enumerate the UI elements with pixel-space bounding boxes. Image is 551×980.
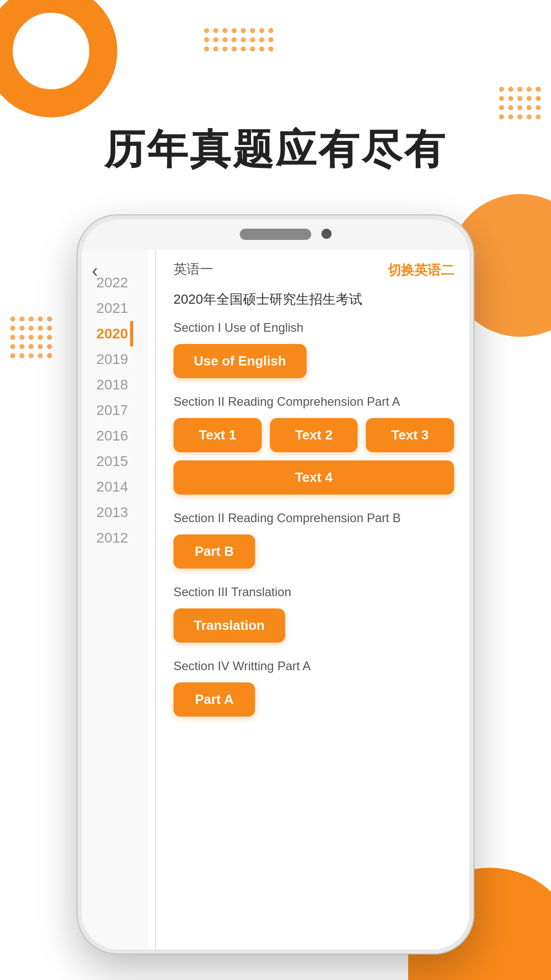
section-block-3: Section III TranslationTranslation xyxy=(168,583,454,643)
subject-btn-2-0[interactable]: Part B xyxy=(173,534,255,569)
content-header: 英语一 切换英语二 xyxy=(168,260,454,280)
subject-btn-0-0[interactable]: Use of English xyxy=(173,344,307,378)
section-title-1: Section II Reading Comprehension Part A xyxy=(168,393,454,411)
year-item-2020[interactable]: 2020 xyxy=(96,326,133,342)
deco-circle-top-left xyxy=(0,0,117,117)
section-title-4: Section IV Writting Part A xyxy=(168,657,454,675)
page-title: 历年真题应有尽有 xyxy=(0,122,551,178)
year-item-2017[interactable]: 2017 xyxy=(96,402,133,419)
timeline-area xyxy=(148,250,163,949)
btn-row-1: Text 1Text 2Text 3Text 4 xyxy=(168,418,454,495)
subject-btn-1-2[interactable]: Text 3 xyxy=(366,418,454,452)
year-item-2016[interactable]: 2016 xyxy=(96,428,133,444)
header-row: 英语一 切换英语二 xyxy=(173,260,454,280)
subject-btn-4-0[interactable]: Part A xyxy=(173,682,255,717)
timeline-line xyxy=(155,250,156,949)
subject-btn-1-0[interactable]: Text 1 xyxy=(173,418,262,452)
year-sidebar: ‹ 20222021202020192018201720162015201420… xyxy=(82,250,148,949)
btn-row-0: Use of English xyxy=(168,344,454,378)
phone-speaker xyxy=(240,229,311,240)
phone-camera xyxy=(321,229,332,239)
phone-inner: ‹ 20222021202020192018201720162015201420… xyxy=(82,219,469,949)
deco-dots-right xyxy=(499,87,541,119)
year-item-2012[interactable]: 2012 xyxy=(96,530,133,546)
section-block-0: Section I Use of EnglishUse of English xyxy=(168,318,454,378)
main-content: 英语一 切换英语二 2020年全国硕士研究生招生考试 Section I Use… xyxy=(163,250,469,949)
phone-top-bar xyxy=(82,219,469,250)
subject-btn-1-3[interactable]: Text 4 xyxy=(173,460,454,495)
btn-row-3: Translation xyxy=(168,608,454,643)
year-item-2021[interactable]: 2021 xyxy=(96,300,133,316)
year-item-2014[interactable]: 2014 xyxy=(96,479,133,495)
phone-container: ‹ 20222021202020192018201720162015201420… xyxy=(51,214,500,980)
phone-frame: ‹ 20222021202020192018201720162015201420… xyxy=(77,214,474,954)
year-item-2022[interactable]: 2022 xyxy=(96,275,133,291)
screen-content: ‹ 20222021202020192018201720162015201420… xyxy=(82,250,469,949)
btn-row-2: Part B xyxy=(168,534,454,569)
lang-label: 英语一 xyxy=(173,260,213,278)
deco-dots-left xyxy=(10,316,52,358)
section-block-2: Section II Reading Comprehension Part BP… xyxy=(168,509,454,569)
year-item-2015[interactable]: 2015 xyxy=(96,453,133,470)
subject-btn-1-1[interactable]: Text 2 xyxy=(270,418,358,452)
section-block-4: Section IV Writting Part APart A xyxy=(168,657,454,717)
subject-btn-3-0[interactable]: Translation xyxy=(173,608,285,643)
exam-title: 2020年全国硕士研究生招生考试 xyxy=(168,290,454,308)
section-title-0: Section I Use of English xyxy=(168,318,454,337)
section-title-3: Section III Translation xyxy=(168,583,454,601)
section-block-1: Section II Reading Comprehension Part AT… xyxy=(168,393,454,495)
year-item-2019[interactable]: 2019 xyxy=(96,351,133,368)
year-item-2013[interactable]: 2013 xyxy=(96,504,133,521)
switch-lang-button[interactable]: 切换英语二 xyxy=(388,261,454,279)
btn-row-4: Part A xyxy=(168,682,454,717)
section-title-2: Section II Reading Comprehension Part B xyxy=(168,509,454,527)
deco-dots-top-center xyxy=(204,28,273,52)
year-item-2018[interactable]: 2018 xyxy=(96,377,133,393)
